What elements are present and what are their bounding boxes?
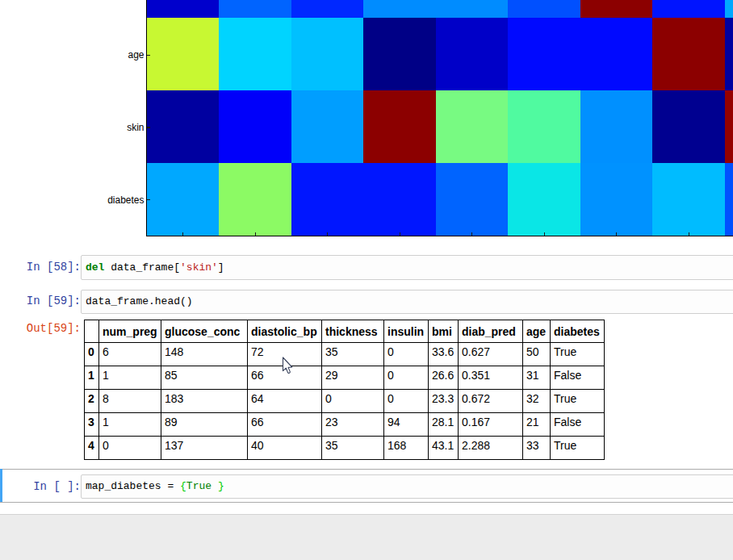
svg-text:age: age (128, 49, 144, 61)
svg-text:skin: skin (127, 122, 144, 133)
svg-text:diabetes: diabetes (107, 194, 144, 206)
